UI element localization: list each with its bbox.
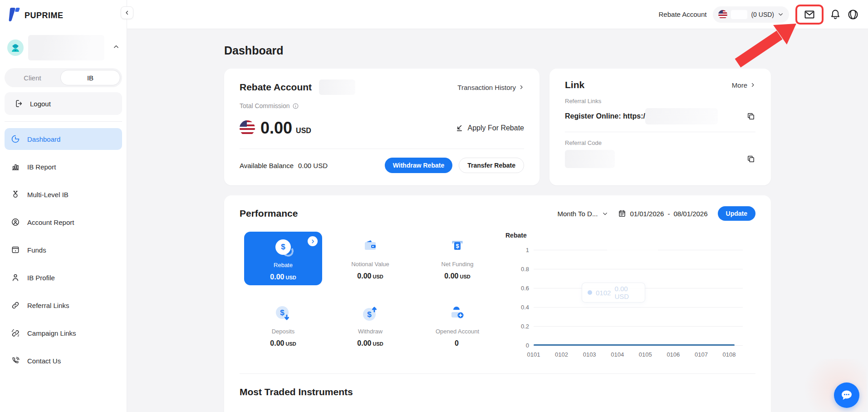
tile-value: 0.00 [357, 272, 371, 280]
sidebar-collapse-button[interactable] [121, 6, 133, 19]
sidebar-item-label: Referral Links [27, 302, 69, 309]
link-icon [11, 301, 20, 310]
chart-series-line [534, 344, 735, 346]
language-button[interactable] [847, 9, 859, 20]
withdraw-rebate-button[interactable]: Withdraw Rebate [385, 158, 452, 173]
chat-bubble-icon [840, 389, 853, 402]
chevron-down-icon [602, 211, 608, 217]
phone-icon [11, 356, 20, 365]
logout-button[interactable]: Logout [5, 92, 122, 115]
x-axis-tick-label: 0106 [667, 351, 680, 358]
more-link[interactable]: More [732, 81, 755, 89]
wallet-icon [361, 236, 379, 256]
pie-chart-icon [11, 134, 20, 144]
svg-text:$: $ [280, 308, 284, 317]
sidebar-item-campaign-links[interactable]: Campaign Links [5, 322, 122, 344]
date-separator: - [667, 210, 670, 218]
person-icon [11, 273, 20, 282]
puprime-logo-icon [7, 7, 21, 24]
chevron-up-icon[interactable] [113, 44, 119, 52]
copy-referral-link-button[interactable] [746, 112, 755, 121]
account-number-redacted [731, 10, 747, 19]
y-axis-tick-label: 0.8 [510, 266, 529, 273]
transaction-history-link[interactable]: Transaction History [457, 84, 524, 91]
profile-row[interactable] [0, 35, 127, 61]
date-range-picker[interactable]: 01/01/2026 - 08/01/2026 [618, 209, 707, 218]
available-balance-label: Available Balance [240, 162, 294, 169]
tile-notional-value[interactable]: Notional Value 0.00USD [327, 232, 414, 299]
link-card-title: Link [565, 79, 584, 90]
chart-gridline [534, 307, 743, 308]
sidebar-item-dashboard[interactable]: Dashboard [5, 128, 122, 150]
chart-tooltip: 0102 0.00 USD [582, 283, 645, 303]
chevron-right-icon[interactable] [308, 236, 318, 246]
available-balance-value: 0.00 USD [298, 162, 328, 169]
total-commission-currency: USD [296, 127, 311, 135]
dollar-coin-icon: $ [275, 239, 291, 255]
tile-value: 0.00 [357, 339, 371, 347]
sidebar-item-referral-links[interactable]: Referral Links [5, 294, 122, 316]
dollar-box-icon: $ [448, 236, 466, 256]
x-axis-tick-label: 0102 [555, 351, 568, 358]
sidebar-item-label: Account Report [27, 218, 74, 226]
arrow-down-left-icon [455, 124, 464, 133]
referral-links-label: Referral Links [565, 98, 755, 104]
mail-button[interactable] [795, 5, 824, 25]
chart-gridline [534, 269, 743, 269]
tile-value: 0 [455, 339, 459, 347]
sidebar-item-funds[interactable]: Funds [5, 239, 122, 261]
sidebar-item-label: Campaign Links [27, 329, 76, 337]
tile-deposits[interactable]: $ Deposits 0.00USD [240, 299, 327, 366]
tile-withdraw[interactable]: $ Withdraw 0.00USD [327, 299, 414, 366]
date-from: 01/01/2026 [630, 210, 664, 218]
x-axis-tick-label: 0104 [611, 351, 624, 358]
total-commission-label: Total Commission [240, 102, 289, 109]
chart-redacted-area [607, 233, 658, 269]
x-axis-tick-label: 0103 [583, 351, 596, 358]
date-range-value: Month To D... [557, 210, 598, 218]
sidebar-item-label: Dashboard [27, 135, 60, 143]
tile-value: 0.00 [270, 339, 284, 347]
globe-icon [847, 9, 859, 20]
copy-icon [746, 112, 755, 121]
rebate-chart: Rebate 00.20.40.60.810101010201030104010… [502, 232, 755, 368]
sidebar-item-multi-level-ib[interactable]: Multi-Level IB [5, 184, 122, 205]
card-divider [240, 373, 755, 374]
sidebar-item-contact-us[interactable]: Contact Us [5, 350, 122, 372]
brand-logo: PUPRIME [0, 0, 127, 25]
date-to: 08/01/2026 [673, 210, 707, 218]
update-button[interactable]: Update [718, 206, 755, 221]
apply-for-rebate-link[interactable]: Apply For Rebate [455, 124, 524, 133]
copy-referral-code-button[interactable] [746, 154, 755, 164]
date-range-select[interactable]: Month To D... [557, 210, 608, 218]
tile-net-funding[interactable]: $ Net Funding 0.00USD [414, 232, 501, 299]
logout-label: Logout [30, 100, 51, 108]
referral-link-redacted [645, 108, 718, 124]
toggle-ib[interactable]: IB [60, 70, 120, 85]
chevron-down-icon [778, 11, 784, 17]
tile-rebate[interactable]: $ Rebate 0.00USD [240, 232, 327, 299]
tile-label: Withdraw [358, 328, 383, 335]
info-icon[interactable] [292, 103, 299, 109]
rebate-card-title: Rebate Account [240, 82, 312, 93]
sidebar-item-account-report[interactable]: Account Report [5, 211, 122, 233]
chevron-left-icon [124, 10, 130, 15]
toggle-client[interactable]: Client [5, 74, 60, 82]
link-card: Link More Referral Links Register Online… [549, 69, 771, 185]
chat-button[interactable] [834, 382, 859, 408]
tile-unit: USD [285, 341, 296, 347]
us-flag-icon [240, 120, 255, 136]
bar-chart-icon [11, 162, 20, 171]
transfer-rebate-button[interactable]: Transfer Rebate [459, 158, 524, 173]
sidebar-item-ib-profile[interactable]: IB Profile [5, 267, 122, 288]
sidebar-item-ib-report[interactable]: IB Report [5, 156, 122, 178]
notifications-button[interactable] [830, 9, 841, 20]
sidebar: PUPRIME Clien [0, 0, 127, 412]
safe-box-icon [11, 245, 20, 254]
x-axis-tick-label: 0101 [527, 351, 540, 358]
tile-opened-account[interactable]: Opened Account 0 [414, 299, 501, 366]
account-selector[interactable]: (0 USD) [713, 6, 789, 23]
card-divider [565, 132, 755, 132]
x-axis-tick-label: 0105 [639, 351, 652, 358]
app-window: PUPRIME Clien [0, 0, 868, 412]
